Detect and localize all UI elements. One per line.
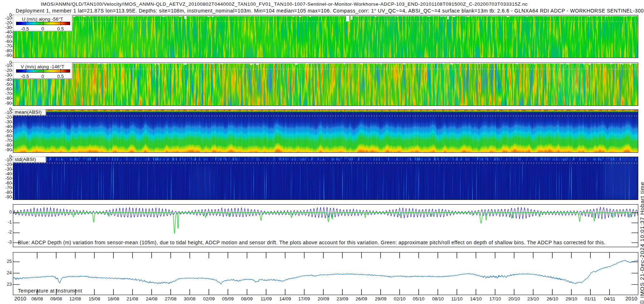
svg-text:Blue: ADCP Depth (m) variation: Blue: ADCP Depth (m) variation from sens… (18, 240, 605, 245)
svg-text:Temperature at Instrument: Temperature at Instrument (18, 288, 82, 294)
